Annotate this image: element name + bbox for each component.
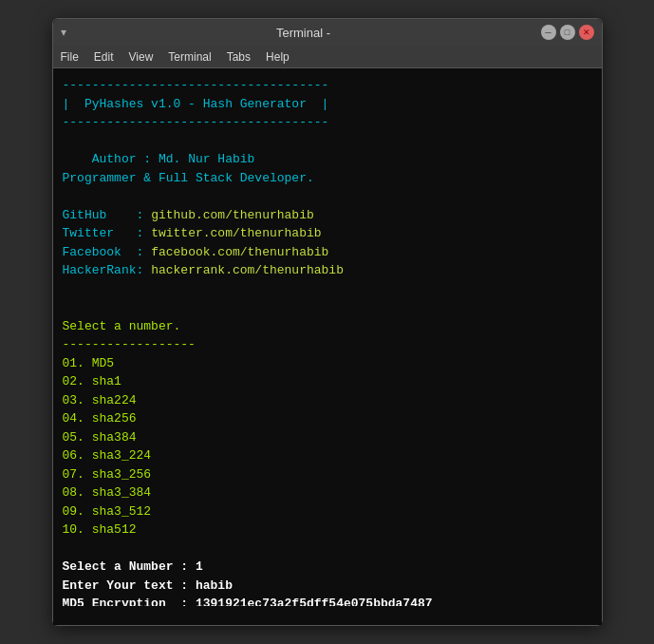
blank2 [63,187,592,206]
titlebar: ▾ Terminal - ─ □ ✕ [53,19,602,46]
hackerrank-line: HackerRank: hackerrank.com/thenurhabib [63,261,592,280]
facebook-line: Facebook : facebook.com/thenurhabib [63,243,592,262]
separator-bot: ------------------------------------ [63,113,592,132]
close-button[interactable]: ✕ [579,25,594,40]
author-name: Md. Nur Habib [159,152,254,166]
menu-file[interactable]: File [61,50,79,64]
bottom-bar [53,606,602,625]
hackerrank-label: HackerRank: [63,263,152,277]
menu-item-10: 10. sha512 [63,521,592,540]
window-controls: ─ □ ✕ [541,25,594,40]
twitter-label: Twitter : [63,226,152,240]
facebook-value: facebook.com/thenurhabib [151,245,328,259]
separator-top: ------------------------------------ [63,76,592,95]
terminal-window: ▾ Terminal - ─ □ ✕ File Edit View Termin… [52,18,603,626]
menu-item-05: 05. sha384 [63,428,592,447]
blank5 [63,540,592,559]
menu-item-07: 07. sha3_256 [63,465,592,484]
menu-help[interactable]: Help [266,50,290,64]
select-prompt: Select a number. [63,317,592,336]
result-line: MD5 Encryption : 1391921ec73a2f5dff54e07… [63,595,592,606]
menu-item-02: 02. sha1 [63,372,592,391]
menu-sep: ------------------ [63,335,592,354]
minimize-button[interactable]: ─ [541,25,556,40]
menu-view[interactable]: View [129,50,154,64]
input-text: Enter Your text : habib [63,577,592,596]
menu-edit[interactable]: Edit [94,50,114,64]
input-number: Select a Number : 1 [63,558,592,577]
github-line: GitHub : github.com/thenurhabib [63,206,592,225]
menu-item-09: 09. sha3_512 [63,502,592,521]
window-title: Terminal - [66,26,541,40]
twitter-line: Twitter : twitter.com/thenurhabib [63,224,592,243]
author-label: Author : [63,152,159,166]
twitter-value: twitter.com/thenurhabib [151,226,321,240]
blank4 [63,298,592,317]
menubar: File Edit View Terminal Tabs Help [53,46,602,68]
app-name: | PyHashes v1.0 - Hash Generator | [63,95,592,114]
menu-item-03: 03. sha224 [63,391,592,410]
terminal-body[interactable]: ------------------------------------ | P… [53,68,602,606]
menu-tabs[interactable]: Tabs [227,50,251,64]
hackerrank-value: hackerrank.com/thenurhabib [151,263,344,277]
maximize-button[interactable]: □ [560,25,575,40]
menu-item-06: 06. sha3_224 [63,446,592,465]
author-line: Author : Md. Nur Habib [63,150,592,169]
blank1 [63,132,592,151]
menu-item-01: 01. MD5 [63,354,592,373]
role-line: Programmer & Full Stack Developer. [63,169,592,188]
menu-terminal[interactable]: Terminal [168,50,211,64]
facebook-label: Facebook : [63,245,152,259]
blank3 [63,280,592,299]
github-label: GitHub : [63,208,152,222]
menu-item-08: 08. sha3_384 [63,483,592,502]
menu-item-04: 04. sha256 [63,409,592,428]
github-value: github.com/thenurhabib [151,208,314,222]
